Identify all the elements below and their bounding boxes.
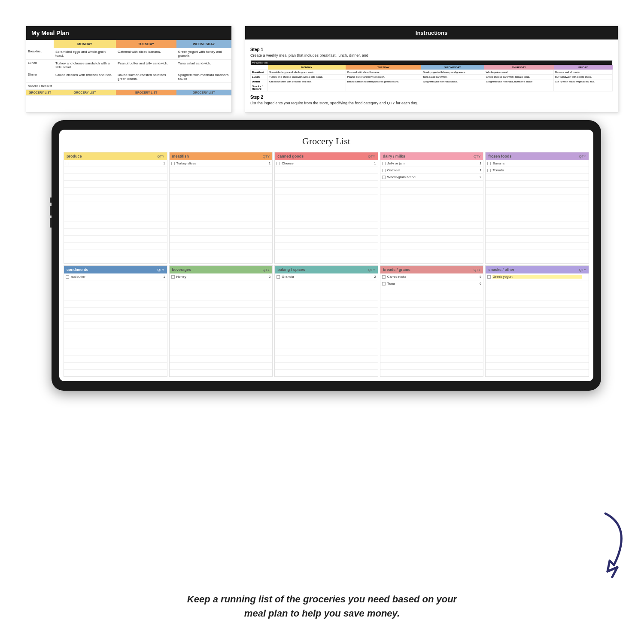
checkbox-baking-1[interactable] bbox=[276, 275, 280, 279]
section-header-frozen: frozen foods QTY bbox=[486, 152, 589, 160]
arrow-decoration bbox=[571, 505, 631, 592]
section-header-beverages: beverages QTY bbox=[170, 266, 273, 273]
checkbox-condiment-1[interactable] bbox=[66, 275, 69, 279]
tablet-side-button-1 bbox=[50, 197, 52, 203]
section-produce: produce QTY 1 bbox=[64, 152, 167, 264]
baking-item-1: Granola 2 bbox=[275, 273, 378, 280]
section-header-condiments: condiments QTY bbox=[64, 266, 167, 273]
canned-item-1: Cheese 1 bbox=[275, 160, 378, 167]
section-meat-fish: meat/fish QTY Turkey slices 1 bbox=[169, 152, 273, 264]
section-beverages: beverages QTY Honey 2 bbox=[169, 265, 273, 377]
section-name-baking: baking / spices bbox=[277, 267, 305, 272]
beverage-item-1: Honey 2 bbox=[170, 273, 273, 280]
grocery-grid-top: produce QTY 1 bbox=[59, 151, 593, 381]
tablet-wrapper: Grocery List produce QTY 1 bbox=[52, 120, 601, 391]
section-name-dairy: dairy / milks bbox=[383, 154, 405, 158]
checkbox-frozen-1[interactable] bbox=[487, 162, 491, 165]
dairy-item-2: Oatmeal 1 bbox=[380, 167, 483, 174]
section-header-snacks: snacks / other QTY bbox=[486, 266, 589, 273]
section-name-frozen: frozen foods bbox=[488, 154, 511, 158]
qty-label-condiments: QTY bbox=[157, 268, 164, 272]
qty-label-produce: QTY bbox=[157, 155, 164, 158]
bread-item-1: Carrot sticks 5 bbox=[380, 273, 483, 280]
background-documents: My Meal Plan MONDAY TUESDAY WEDNESDAY Br… bbox=[26, 26, 618, 112]
section-name-beverages: beverages bbox=[172, 267, 191, 272]
section-breads: breads / grains QTY Carrot sticks 5 Tuna… bbox=[380, 265, 484, 377]
col-monday: MONDAY bbox=[54, 40, 116, 48]
section-canned-goods: canned goods QTY Cheese 1 bbox=[274, 152, 378, 264]
section-header-canned: canned goods QTY bbox=[275, 152, 378, 160]
section-name-breads: breads / grains bbox=[383, 267, 410, 272]
qty-label-meat: QTY bbox=[263, 155, 270, 158]
col-wednesday: WEDNESDAY bbox=[176, 40, 231, 48]
step2-text: List the ingredients you require from th… bbox=[250, 101, 613, 105]
tablet-screen: Grocery List produce QTY 1 bbox=[59, 130, 593, 381]
tablet-side-button-3 bbox=[50, 218, 52, 228]
checkbox-canned-1[interactable] bbox=[276, 162, 280, 165]
section-header-dairy: dairy / milks QTY bbox=[380, 152, 483, 160]
grocery-list-screen: Grocery List produce QTY 1 bbox=[59, 130, 593, 381]
step1-text: Create a weekly meal plan that includes … bbox=[250, 53, 613, 58]
bottom-tagline-line1: Keep a running list of the groceries you… bbox=[187, 594, 457, 605]
checkbox-snack-1[interactable] bbox=[487, 275, 491, 279]
meat-item-1: Turkey slices 1 bbox=[170, 160, 273, 167]
dairy-item-3: Whole-grain bread 2 bbox=[380, 174, 483, 181]
checkbox-produce-1[interactable] bbox=[66, 162, 69, 165]
meal-plan-document: My Meal Plan MONDAY TUESDAY WEDNESDAY Br… bbox=[26, 26, 232, 112]
bottom-tagline: Keep a running list of the groceries you… bbox=[0, 592, 644, 620]
section-header-breads: breads / grains QTY bbox=[380, 266, 483, 273]
condiment-item-1: nut butter 1 bbox=[64, 273, 167, 280]
checkbox-frozen-2[interactable] bbox=[487, 169, 491, 172]
step2-label: Step 2 bbox=[250, 95, 613, 100]
dairy-item-1: Jelly or jam 1 bbox=[380, 160, 483, 167]
instructions-document: Instructions Step 1 Create a weekly meal… bbox=[245, 26, 618, 112]
checkbox-dairy-3[interactable] bbox=[382, 176, 386, 179]
section-snacks: snacks / other QTY Greek yogurt bbox=[485, 265, 589, 377]
bread-item-2: Tuna 6 bbox=[380, 280, 483, 287]
section-header-baking: baking / spices QTY bbox=[275, 266, 378, 273]
section-header-produce: produce QTY bbox=[64, 152, 167, 160]
qty-label-dairy: QTY bbox=[474, 155, 480, 158]
section-name-snacks: snacks / other bbox=[488, 267, 514, 272]
tablet-side-button-2 bbox=[50, 206, 52, 216]
checkbox-dairy-1[interactable] bbox=[382, 162, 386, 165]
qty-label-frozen: QTY bbox=[579, 155, 586, 158]
tablet-device: Grocery List produce QTY 1 bbox=[52, 120, 601, 391]
checkbox-meat-1[interactable] bbox=[171, 162, 175, 165]
section-dairy: dairy / milks QTY Jelly or jam 1 Oatmeal… bbox=[380, 152, 484, 264]
frozen-item-2: Tomato bbox=[486, 167, 589, 174]
section-condiments: condiments QTY nut butter 1 bbox=[64, 265, 167, 377]
step1-label: Step 1 bbox=[250, 47, 613, 52]
checkbox-beverage-1[interactable] bbox=[171, 275, 175, 279]
checkbox-bread-1[interactable] bbox=[382, 275, 386, 279]
section-frozen: frozen foods QTY Banana Tomato bbox=[485, 152, 589, 264]
section-baking: baking / spices QTY Granola 2 bbox=[274, 265, 378, 377]
section-name-condiments: condiments bbox=[67, 267, 88, 272]
bottom-tagline-line2: meal plan to help you save money. bbox=[244, 608, 400, 619]
col-tuesday: TUESDAY bbox=[116, 40, 176, 48]
qty-label-beverages: QTY bbox=[263, 268, 270, 272]
qty-label-breads: QTY bbox=[474, 268, 480, 272]
qty-label-snacks: QTY bbox=[579, 268, 586, 272]
checkbox-dairy-2[interactable] bbox=[382, 169, 386, 172]
frozen-item-1: Banana bbox=[486, 160, 589, 167]
section-name-produce: produce bbox=[67, 154, 82, 158]
section-name-meat: meat/fish bbox=[172, 154, 189, 158]
produce-item-1: 1 bbox=[64, 160, 167, 167]
section-header-meat: meat/fish QTY bbox=[170, 152, 273, 160]
instructions-title: Instructions bbox=[245, 26, 618, 39]
section-name-canned: canned goods bbox=[277, 154, 304, 158]
mini-meal-plan-table: My Meal Plan MONDAY TUESDAY WEDNESDAY TH… bbox=[250, 60, 613, 91]
snack-item-1: Greek yogurt bbox=[486, 273, 589, 280]
grocery-list-title: Grocery List bbox=[59, 130, 593, 151]
meal-plan-title: My Meal Plan bbox=[26, 26, 231, 40]
qty-label-baking: QTY bbox=[368, 268, 375, 272]
qty-label-canned: QTY bbox=[368, 155, 375, 158]
checkbox-bread-2[interactable] bbox=[382, 282, 386, 286]
